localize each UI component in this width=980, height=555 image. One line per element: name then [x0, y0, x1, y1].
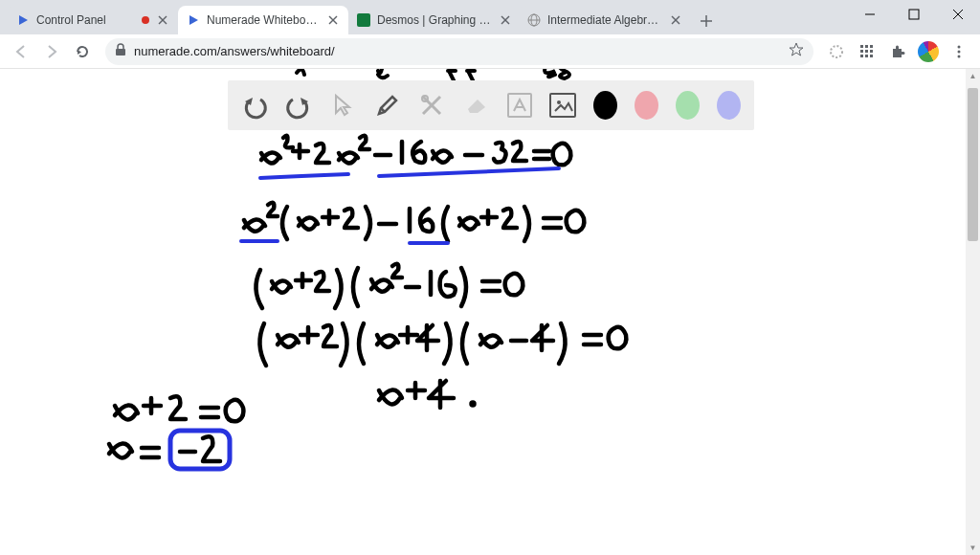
close-window-button[interactable] — [936, 0, 980, 29]
audio-indicator-icon — [142, 16, 149, 24]
svg-rect-30 — [865, 55, 868, 57]
tab-title: Numerade Whiteboard — [207, 13, 320, 27]
whiteboard-toolbar — [228, 80, 754, 130]
svg-marker-3 — [189, 15, 198, 25]
svg-marker-20 — [78, 50, 81, 55]
whiteboard-canvas[interactable] — [0, 69, 966, 555]
browser-tabstrip: Control Panel Numerade Whiteboard Desmos… — [0, 0, 980, 34]
close-icon[interactable] — [155, 12, 170, 28]
tab-title: Desmos | Graphing Calculator — [377, 13, 494, 27]
text-tool[interactable] — [507, 93, 532, 118]
tab-3[interactable]: Intermediate Algebra for Colle — [519, 6, 689, 34]
vertical-scrollbar[interactable]: ▲ ▼ — [966, 69, 980, 555]
star-icon[interactable] — [789, 42, 804, 60]
svg-point-33 — [958, 50, 961, 53]
handwriting-svg — [0, 69, 966, 555]
play-icon — [15, 12, 31, 28]
tools-crossed-icon[interactable] — [418, 89, 445, 122]
extensions-puzzle-icon[interactable] — [884, 38, 911, 65]
browser-toolbar — [0, 34, 980, 69]
new-tab-button[interactable] — [693, 8, 720, 34]
url-input[interactable] — [134, 44, 781, 58]
desmos-icon — [356, 12, 371, 28]
svg-rect-26 — [860, 50, 863, 53]
apps-icon[interactable] — [854, 38, 880, 65]
scroll-down-icon[interactable]: ▼ — [966, 541, 980, 555]
eraser-tool[interactable] — [462, 89, 489, 122]
color-green[interactable] — [676, 91, 700, 120]
svg-point-35 — [472, 403, 475, 406]
svg-rect-28 — [870, 50, 873, 53]
play-icon — [186, 12, 201, 28]
tab-1[interactable]: Numerade Whiteboard — [178, 6, 348, 34]
extension-icon[interactable] — [823, 38, 850, 65]
address-bar[interactable] — [105, 38, 813, 65]
globe-icon — [526, 12, 542, 28]
svg-point-43 — [557, 100, 561, 104]
svg-marker-0 — [19, 15, 28, 25]
profile-avatar[interactable] — [915, 38, 942, 65]
svg-rect-27 — [865, 50, 868, 53]
extension-icons — [823, 38, 972, 65]
tab-title: Control Panel — [36, 13, 136, 27]
window-controls — [848, 0, 980, 29]
pencil-tool[interactable] — [374, 89, 401, 122]
svg-rect-6 — [357, 13, 370, 27]
chrome-menu-button[interactable] — [946, 38, 972, 65]
page-content: ▲ ▼ — [0, 69, 980, 555]
tab-title: Intermediate Algebra for Colle — [547, 13, 664, 27]
tab-0[interactable]: Control Panel — [8, 6, 178, 34]
pointer-tool[interactable] — [330, 89, 357, 122]
avatar-icon — [918, 41, 939, 62]
undo-button[interactable] — [241, 89, 268, 122]
redo-button[interactable] — [285, 89, 312, 122]
forward-button[interactable] — [38, 38, 65, 65]
color-black[interactable] — [593, 91, 617, 120]
svg-rect-21 — [116, 49, 125, 56]
svg-rect-29 — [860, 55, 863, 57]
color-purple[interactable] — [717, 91, 741, 120]
svg-line-39 — [381, 108, 385, 112]
image-tool[interactable] — [549, 93, 576, 118]
svg-point-34 — [958, 55, 961, 57]
reload-button[interactable] — [69, 38, 96, 65]
color-pink[interactable] — [635, 91, 658, 120]
lock-icon — [115, 43, 126, 59]
svg-point-32 — [958, 45, 961, 48]
close-icon[interactable] — [325, 12, 341, 28]
maximize-button[interactable] — [892, 0, 936, 29]
scroll-up-icon[interactable]: ▲ — [966, 69, 980, 83]
svg-rect-24 — [865, 45, 868, 48]
svg-rect-23 — [860, 45, 863, 48]
tab-2[interactable]: Desmos | Graphing Calculator — [348, 6, 519, 34]
close-icon[interactable] — [500, 12, 511, 28]
close-icon[interactable] — [670, 12, 681, 28]
svg-point-22 — [831, 46, 842, 57]
svg-rect-17 — [909, 10, 919, 19]
minimize-button[interactable] — [848, 0, 892, 29]
back-button[interactable] — [8, 38, 34, 65]
svg-rect-31 — [870, 55, 873, 57]
svg-rect-25 — [870, 45, 873, 48]
scrollbar-thumb[interactable] — [968, 88, 978, 241]
